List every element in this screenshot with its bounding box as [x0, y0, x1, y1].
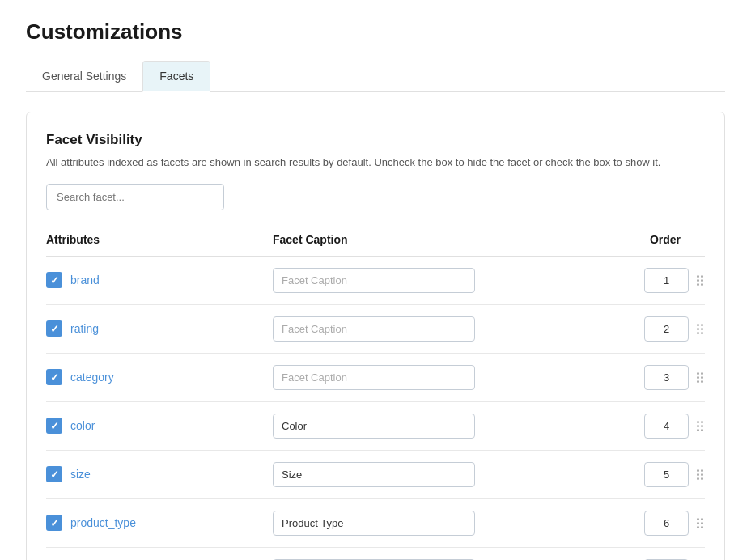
- drag-handle-category[interactable]: [695, 371, 705, 384]
- checkbox-product_type[interactable]: ✓: [46, 515, 62, 531]
- check-icon-rating: ✓: [50, 324, 59, 334]
- facet-caption-input-category[interactable]: [273, 365, 475, 390]
- drag-dot: [701, 518, 703, 520]
- order-cell-rating: [583, 316, 705, 342]
- drag-dot: [701, 526, 703, 528]
- drag-dot-row-bot: [697, 283, 703, 286]
- checkbox-brand[interactable]: ✓: [46, 272, 62, 288]
- tab-general-settings[interactable]: General Settings: [26, 61, 142, 92]
- drag-dot: [697, 328, 699, 330]
- order-input-rating[interactable]: [644, 316, 689, 342]
- drag-dot: [701, 332, 703, 334]
- drag-dot: [701, 275, 703, 278]
- drag-dot: [701, 279, 703, 282]
- table-row: ✓ product_type: [46, 499, 705, 548]
- checkbox-size[interactable]: ✓: [46, 466, 62, 482]
- drag-handle-size[interactable]: [695, 468, 705, 482]
- drag-dot-row-mid: [697, 328, 703, 330]
- drag-dot: [697, 421, 699, 423]
- col-order: Order: [583, 233, 705, 246]
- facet-caption-input-size[interactable]: [273, 462, 475, 487]
- attribute-name-size: size: [70, 468, 91, 481]
- drag-dot: [701, 376, 703, 379]
- drag-dot: [701, 372, 703, 375]
- card-title: Facet Visibility: [46, 132, 705, 148]
- drag-dot: [697, 279, 699, 282]
- attribute-cell-brand: ✓ brand: [46, 272, 273, 288]
- facet-caption-cell-category: [273, 365, 583, 390]
- order-input-color[interactable]: [644, 414, 689, 439]
- order-cell-brand: [583, 268, 705, 293]
- drag-handle-color[interactable]: [695, 419, 705, 433]
- drag-dot: [701, 380, 703, 383]
- facet-caption-input-product_type[interactable]: [273, 511, 475, 536]
- drag-dot-row-top: [697, 324, 703, 326]
- drag-handle-brand[interactable]: [695, 274, 705, 287]
- drag-dot: [697, 324, 699, 326]
- drag-dot: [701, 522, 703, 524]
- attribute-cell-category: ✓ category: [46, 369, 273, 385]
- order-input-product_type[interactable]: [644, 511, 689, 536]
- drag-dot: [697, 518, 699, 520]
- drag-dot: [697, 332, 699, 334]
- order-input-size[interactable]: [644, 462, 689, 487]
- drag-dot: [701, 477, 703, 480]
- drag-dot: [697, 372, 699, 375]
- drag-dot-row-mid: [697, 473, 703, 476]
- attribute-cell-rating: ✓ rating: [46, 320, 273, 337]
- drag-dot: [697, 522, 699, 524]
- facet-caption-input-color[interactable]: [273, 414, 475, 439]
- table-row: ✓ category: [46, 354, 705, 402]
- drag-dot-row-bot: [697, 429, 703, 431]
- table-header: Attributes Facet Caption Order: [46, 227, 705, 257]
- drag-dot: [697, 275, 699, 278]
- rows-container: ✓ brand: [46, 257, 705, 561]
- attribute-name-color: color: [70, 419, 95, 432]
- drag-dot: [697, 376, 699, 379]
- facet-caption-input-brand[interactable]: [273, 268, 475, 293]
- attribute-name-rating: rating: [70, 322, 99, 335]
- drag-dot-row-top: [697, 518, 703, 520]
- order-input-category[interactable]: [644, 365, 689, 390]
- col-facet-caption: Facet Caption: [273, 233, 583, 246]
- checkbox-category[interactable]: ✓: [46, 369, 62, 385]
- drag-handle-product_type[interactable]: [695, 516, 705, 530]
- order-cell-size: [583, 462, 705, 487]
- drag-dot-row-bot: [697, 332, 703, 334]
- attribute-name-category: category: [70, 371, 114, 384]
- facet-caption-cell-brand: [273, 268, 583, 293]
- drag-dot: [697, 283, 699, 286]
- checkbox-color[interactable]: ✓: [46, 418, 62, 434]
- drag-dot-row-mid: [697, 279, 703, 282]
- drag-dot-row-mid: [697, 376, 703, 379]
- order-cell-color: [583, 414, 705, 439]
- drag-dot-row-top: [697, 421, 703, 423]
- attribute-name-brand: brand: [70, 274, 100, 286]
- drag-dot-row-bot: [697, 526, 703, 528]
- drag-dot-row-mid: [697, 522, 703, 524]
- table-row: ✓ rating: [46, 305, 705, 354]
- facet-caption-input-rating[interactable]: [273, 316, 475, 342]
- attribute-cell-size: ✓ size: [46, 466, 273, 482]
- check-icon-size: ✓: [50, 469, 59, 480]
- facet-caption-cell-rating: [273, 316, 583, 342]
- drag-dot-row-top: [697, 275, 703, 278]
- page-title: Customizations: [26, 19, 725, 45]
- order-cell-product_type: [583, 511, 705, 536]
- drag-dot: [701, 425, 703, 427]
- facet-caption-cell-size: [273, 462, 583, 487]
- tab-facets[interactable]: Facets: [142, 61, 210, 92]
- drag-dot-row-bot: [697, 380, 703, 383]
- drag-dot: [697, 477, 699, 480]
- search-facet-input[interactable]: [46, 184, 224, 210]
- col-attributes: Attributes: [46, 233, 273, 246]
- facet-caption-cell-product_type: [273, 511, 583, 536]
- drag-dot-row-mid: [697, 425, 703, 427]
- drag-handle-rating[interactable]: [695, 322, 705, 336]
- order-input-brand[interactable]: [644, 268, 689, 293]
- table-row: ✓ color: [46, 402, 705, 451]
- checkbox-rating[interactable]: ✓: [46, 320, 62, 337]
- drag-dot: [701, 473, 703, 476]
- drag-dot-row-top: [697, 469, 703, 472]
- drag-dot: [701, 421, 703, 423]
